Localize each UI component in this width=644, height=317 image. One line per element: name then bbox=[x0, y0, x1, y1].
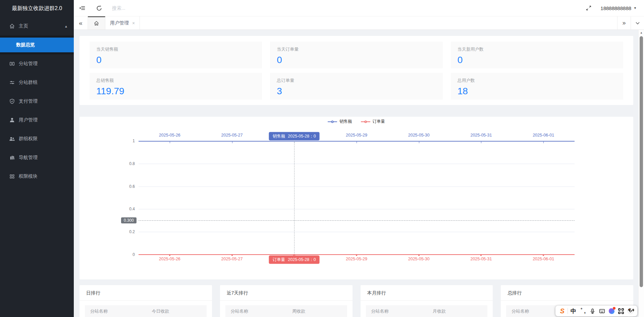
search-input[interactable] bbox=[112, 5, 186, 11]
user-caret-icon: ▼ bbox=[634, 6, 637, 10]
tabs-scroll-right-icon[interactable]: » bbox=[617, 16, 631, 30]
rank-title: 总排行 bbox=[501, 285, 633, 300]
sidebar-item-nav-manage[interactable]: 导航管理 bbox=[0, 148, 74, 167]
tabs-menu-icon[interactable] bbox=[631, 16, 644, 30]
rank-table-header: 分站名称 周收款 bbox=[225, 305, 347, 317]
skin-icon[interactable] bbox=[607, 307, 615, 315]
legend-item-orders[interactable]: 订单量 bbox=[361, 119, 385, 124]
sidebar-item-group-permission[interactable]: 群组权限 bbox=[0, 129, 74, 148]
sidebar-item-label: 分站群组 bbox=[19, 80, 38, 86]
y-tick-label: 0.4 bbox=[129, 207, 135, 211]
gridline bbox=[139, 232, 575, 232]
rank-col-amount: 今日收款 bbox=[152, 308, 207, 314]
tooltip-series: 订单量 bbox=[273, 257, 285, 263]
stat-card-total-sales: 总销售额 119.79 bbox=[90, 73, 262, 100]
user-menu[interactable]: 18888888888 ▼ bbox=[600, 5, 637, 11]
refresh-icon[interactable] bbox=[91, 0, 107, 16]
x-tick-label-top: 2025-05-31 bbox=[470, 133, 492, 138]
x-tick-label-bottom: 2025-05-31 bbox=[470, 257, 492, 261]
stat-label: 总销售额 bbox=[96, 77, 255, 84]
toolbox-icon[interactable] bbox=[617, 307, 625, 315]
axis-pointer-hline bbox=[139, 220, 575, 221]
stat-value: 3 bbox=[277, 86, 436, 97]
x-axis-tick bbox=[357, 142, 357, 143]
ai-assistant-icon[interactable] bbox=[627, 307, 635, 315]
tabs-scroll-left-icon[interactable]: « bbox=[74, 16, 88, 30]
x-axis-tick bbox=[543, 142, 544, 143]
page-scrollbar[interactable]: ▲ bbox=[638, 30, 644, 317]
tab-user-manage[interactable]: 用户管理 × bbox=[105, 16, 140, 30]
sidebar-item-data-overview[interactable]: 数据总览 bbox=[0, 38, 74, 52]
sidebar-item-label: 权限模块 bbox=[19, 173, 38, 179]
axis-pointer-vline bbox=[294, 141, 294, 255]
soft-keyboard-icon[interactable] bbox=[598, 307, 606, 315]
legend-label: 销售额 bbox=[339, 119, 352, 124]
rank-panel-daily: 日排行 分站名称 今日收款 bbox=[79, 285, 212, 317]
home-submenu: 数据总览 bbox=[0, 36, 74, 54]
x-tick-label-bottom: 2025-05-27 bbox=[221, 257, 243, 261]
sidebar-item-substation-manage[interactable]: 分站管理 bbox=[0, 54, 74, 73]
sidebar-item-substation-group[interactable]: 分站群组 bbox=[0, 73, 74, 92]
app-title: 最新独立收款进群2.0 bbox=[0, 0, 74, 17]
tabbar: « 用户管理 × » bbox=[74, 16, 644, 30]
main-content: 当天销售额 0 当天订单量 0 当天新用户数 0 总销售额 119.79 总订单… bbox=[74, 30, 638, 317]
legend-marker-icon bbox=[328, 121, 337, 122]
stat-value: 18 bbox=[458, 86, 616, 97]
divider bbox=[361, 300, 493, 301]
microphone-icon[interactable] bbox=[588, 307, 596, 315]
substation-manage-icon bbox=[9, 60, 15, 67]
tooltip-series: 销售额 bbox=[273, 134, 285, 139]
tooltip-value: 2025-05-28：0 bbox=[288, 134, 316, 139]
payment-manage-icon bbox=[9, 98, 15, 105]
stat-value: 119.79 bbox=[96, 86, 255, 97]
tab-home[interactable] bbox=[88, 16, 105, 30]
x-axis-tick bbox=[170, 142, 170, 143]
fullscreen-icon[interactable] bbox=[581, 0, 596, 16]
x-tick-label-top: 2025-05-27 bbox=[221, 133, 243, 138]
topbar: 18888888888 ▼ bbox=[74, 0, 644, 16]
divider bbox=[220, 300, 353, 301]
stat-label: 总用户数 bbox=[458, 77, 616, 84]
chart-legend: 销售额 订单量 bbox=[79, 119, 633, 124]
sidebar-item-label: 导航管理 bbox=[19, 155, 38, 161]
rank-col-amount: 月收款 bbox=[433, 308, 487, 314]
rank-col-site: 分站名称 bbox=[366, 308, 433, 314]
punctuation-icon[interactable]: °, bbox=[579, 307, 587, 315]
axis-pointer-value-label: 0.300 bbox=[121, 217, 137, 223]
sidebar-item-label: 主页 bbox=[19, 23, 28, 29]
stat-label: 当天销售额 bbox=[96, 46, 255, 52]
tab-close-icon[interactable]: × bbox=[132, 20, 135, 26]
x-axis-tick bbox=[232, 142, 232, 143]
sidebar-item-permission-module[interactable]: 权限模块 bbox=[0, 167, 74, 186]
tab-label: 用户管理 bbox=[110, 20, 129, 26]
scrollbar-thumb[interactable] bbox=[640, 36, 643, 287]
substation-group-icon bbox=[9, 79, 15, 86]
nav-manage-icon bbox=[9, 154, 15, 161]
stat-label: 当天订单量 bbox=[277, 46, 436, 52]
chinese-mode-icon[interactable]: 中 bbox=[569, 307, 577, 315]
rank-panel-month: 本月排行 分站名称 月收款 bbox=[361, 285, 493, 317]
x-tick-label-bottom: 2025-05-26 bbox=[159, 257, 180, 261]
sidebar-item-label: 用户管理 bbox=[19, 117, 38, 123]
group-permission-icon bbox=[9, 136, 15, 142]
rank-col-amount: 周收款 bbox=[292, 308, 347, 314]
gridline bbox=[139, 164, 575, 164]
rank-table-header: 分站名称 今日收款 bbox=[85, 305, 207, 317]
home-icon bbox=[9, 23, 15, 30]
sidebar-item-user-manage[interactable]: 用户管理 bbox=[0, 111, 74, 129]
x-axis-tick bbox=[419, 142, 419, 143]
rank-table-header: 分站名称 月收款 bbox=[366, 305, 488, 317]
menu-fold-icon[interactable] bbox=[74, 0, 91, 16]
x-tick-label-top: 2025-05-29 bbox=[346, 133, 367, 138]
sogou-logo-icon[interactable]: S bbox=[558, 307, 566, 315]
sidebar-item-payment-manage[interactable]: 支付管理 bbox=[0, 92, 74, 111]
rank-title: 本月排行 bbox=[361, 285, 493, 300]
x-axis-tick bbox=[481, 142, 481, 143]
y-tick-label: 0.2 bbox=[129, 229, 135, 234]
legend-item-sales[interactable]: 销售额 bbox=[328, 119, 352, 124]
scrollbar-up-icon[interactable]: ▲ bbox=[639, 30, 644, 35]
rank-panel-7days: 近7天排行 分站名称 周收款 bbox=[220, 285, 353, 317]
gridline bbox=[139, 209, 575, 209]
sidebar-item-home[interactable]: 主页 ▲ bbox=[0, 17, 74, 36]
submenu-item-label: 数据总览 bbox=[16, 42, 35, 48]
